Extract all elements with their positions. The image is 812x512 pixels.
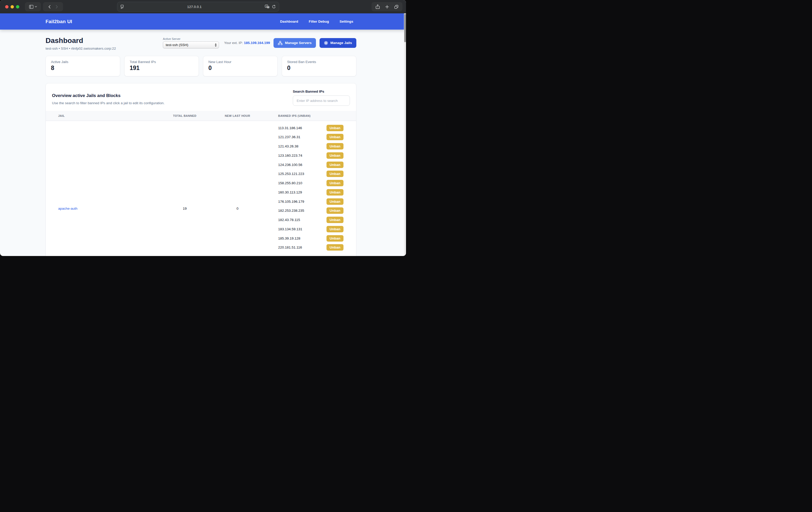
search-banned-ips-label: Search Banned IPs: [293, 89, 350, 93]
banned-ip-row: 183.134.59.131Unban: [278, 224, 344, 234]
unban-button[interactable]: Unban: [326, 217, 344, 223]
banned-ip: 125.253.121.223: [278, 172, 326, 176]
nav-link-filter-debug[interactable]: Filter Debug: [309, 20, 329, 23]
address-bar[interactable]: 127.0.0.1 A 文: [117, 2, 279, 11]
banned-ip: 183.134.59.131: [278, 227, 326, 231]
banned-ip: 176.105.196.179: [278, 200, 326, 203]
reload-icon[interactable]: [272, 5, 276, 9]
unban-button[interactable]: Unban: [326, 244, 344, 251]
nav-link-settings[interactable]: Settings: [340, 20, 353, 23]
banned-ip-row: 160.30.113.129Unban: [278, 188, 344, 197]
banned-ip-row: 113.31.186.146Unban: [278, 123, 344, 133]
close-window-button[interactable]: [5, 5, 8, 8]
translate-icon[interactable]: A 文: [265, 5, 270, 9]
overview-title: Overview active Jails and Blocks: [52, 93, 165, 98]
new-tab-icon[interactable]: [382, 5, 392, 9]
banned-ip-row: 121.43.26.38Unban: [278, 142, 344, 151]
banned-ip: 113.31.186.146: [278, 126, 326, 130]
scrollbar-thumb[interactable]: [404, 14, 406, 42]
active-server-label: Active Server: [163, 37, 219, 40]
unban-button[interactable]: Unban: [326, 198, 344, 205]
stat-card-new-last-hour: New Last Hour 0: [203, 56, 278, 77]
browser-window: 127.0.0.1 A 文: [0, 0, 406, 256]
column-header-banned-ips: BANNED IPS (UNBAN): [264, 114, 356, 117]
column-header-new-last-hour: NEW LAST HOUR: [210, 114, 264, 117]
brand-title[interactable]: Fail2ban UI: [46, 19, 72, 24]
stat-label: Stored Ban Events: [287, 60, 351, 64]
unban-button[interactable]: Unban: [326, 143, 344, 149]
banned-ip: 124.236.100.56: [278, 163, 326, 167]
column-header-total-banned: TOTAL BANNED: [159, 114, 210, 117]
banned-ip-row: 158.255.80.210Unban: [278, 178, 344, 188]
unban-button[interactable]: Unban: [326, 189, 344, 196]
total-banned-value: 19: [159, 207, 210, 210]
banned-ip: 121.43.26.38: [278, 144, 326, 148]
stat-card-total-banned: Total Banned IPs 191: [124, 56, 199, 77]
gear-icon: [324, 41, 328, 45]
unban-button[interactable]: Unban: [326, 226, 344, 232]
zoom-window-button[interactable]: [16, 5, 19, 8]
unban-button[interactable]: Unban: [326, 152, 344, 159]
manage-jails-button[interactable]: Manage Jails: [320, 38, 356, 48]
sidebar-toggle-button[interactable]: [25, 2, 41, 11]
banned-ip: 121.237.36.31: [278, 135, 326, 139]
page-header: Dashboard test-ssh • SSH • rlinfp02.swis…: [46, 36, 116, 51]
manage-servers-label: Manage Servers: [285, 41, 312, 45]
browser-titlebar: 127.0.0.1 A 文: [0, 0, 406, 13]
history-nav-buttons: [43, 2, 63, 11]
stat-value: 0: [208, 64, 272, 72]
url-text[interactable]: 127.0.0.1: [124, 5, 265, 9]
tab-overview-icon[interactable]: [392, 5, 401, 9]
traffic-lights: [5, 5, 19, 8]
manage-jails-label: Manage Jails: [330, 41, 352, 45]
table-header: JAIL TOTAL BANNED NEW LAST HOUR BANNED I…: [46, 111, 356, 121]
select-arrows-icon: [214, 43, 217, 47]
nav-links: Dashboard Filter Debug Settings: [280, 20, 356, 23]
banned-ip-row: 123.160.223.74Unban: [278, 151, 344, 160]
stat-card-active-jails: Active Jails 8: [46, 56, 120, 77]
scrollbar-track[interactable]: [404, 13, 406, 256]
manage-servers-button[interactable]: Manage Servers: [273, 38, 316, 48]
unban-button[interactable]: Unban: [326, 125, 344, 131]
unban-button[interactable]: Unban: [326, 134, 344, 140]
banned-ip: 182.253.238.235: [278, 209, 326, 212]
stat-value: 191: [130, 64, 194, 72]
unban-button[interactable]: Unban: [326, 162, 344, 168]
new-last-hour-value: 0: [210, 207, 264, 210]
stat-card-stored-ban-events: Stored Ban Events 0: [282, 56, 356, 77]
search-banned-ips-input[interactable]: [293, 95, 350, 106]
nav-link-dashboard[interactable]: Dashboard: [280, 20, 298, 23]
stat-cards: Active Jails 8 Total Banned IPs 191 New …: [46, 56, 356, 77]
banned-ip: 158.255.80.210: [278, 181, 326, 185]
chevron-down-icon: [35, 6, 37, 7]
sidebar-icon: [29, 5, 33, 9]
share-icon[interactable]: [373, 4, 382, 9]
page-title: Dashboard: [46, 36, 116, 45]
app-navbar: Fail2ban UI Dashboard Filter Debug Setti…: [0, 13, 406, 30]
page-format-icon[interactable]: [120, 5, 124, 9]
active-server-select[interactable]: test-ssh (SSH): [163, 41, 219, 48]
unban-button[interactable]: Unban: [326, 235, 344, 241]
banned-ip-row: 220.181.51.116Unban: [278, 243, 344, 252]
banned-ip: 220.181.51.116: [278, 246, 326, 249]
stat-label: New Last Hour: [208, 60, 272, 64]
external-ip: Your ext. IP:185.109.164.199: [224, 41, 270, 45]
forward-button[interactable]: [54, 5, 60, 9]
unban-button[interactable]: Unban: [326, 180, 344, 186]
svg-text:文: 文: [267, 6, 269, 8]
banned-ip-row: 182.43.78.115Unban: [278, 215, 344, 225]
overview-description: Use the search to filter banned IPs and …: [52, 101, 165, 105]
sitemap-icon: [278, 41, 283, 45]
banned-ip-row: 124.236.100.56Unban: [278, 160, 344, 169]
banned-ip-row: 185.39.19.128Unban: [278, 234, 344, 243]
minimize-window-button[interactable]: [10, 5, 14, 8]
banned-ip-row: 182.253.238.235Unban: [278, 206, 344, 215]
stat-label: Total Banned IPs: [130, 60, 194, 64]
jail-link-apache-auth[interactable]: apache-auth: [58, 207, 78, 210]
back-button[interactable]: [47, 5, 53, 9]
unban-button[interactable]: Unban: [326, 171, 344, 177]
column-header-jail: JAIL: [46, 114, 159, 117]
stat-label: Active Jails: [51, 60, 115, 64]
unban-button[interactable]: Unban: [326, 207, 344, 214]
overview-panel: Overview active Jails and Blocks Use the…: [46, 83, 356, 256]
